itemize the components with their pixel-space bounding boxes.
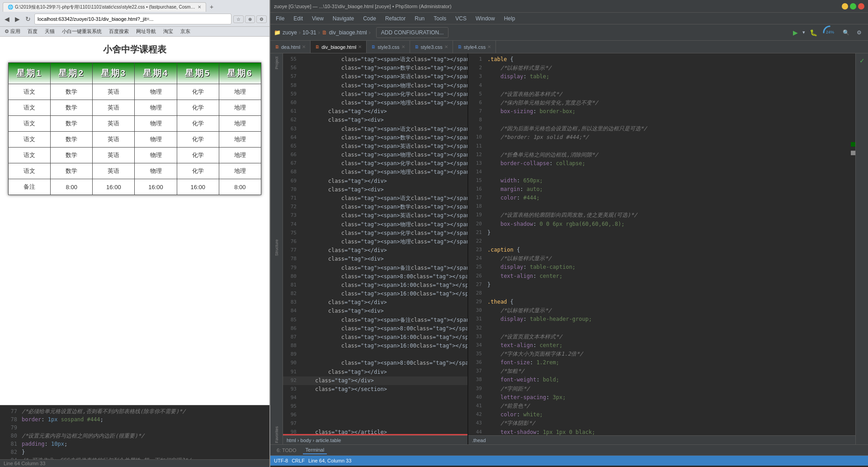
code-line: 58 class="tag"><span>物理class="tag"></spa…	[283, 81, 467, 90]
forward-button[interactable]: ▶	[13, 14, 22, 24]
address-input[interactable]	[34, 14, 231, 24]
right-breadcrumb-label: .thead	[472, 438, 486, 443]
file-tab-label: style4.css	[464, 44, 486, 50]
run-config-dropdown[interactable]: ▾	[802, 29, 805, 35]
breadcrumb-project-label: zuoye	[283, 29, 297, 36]
code-line: 79 class="tag"><span>备注class="tag"></spa…	[283, 264, 467, 272]
add-configuration-button[interactable]: ADD CONFIGURATION...	[376, 27, 448, 38]
code-line: 87 class="tag"><span>16:00class="tag"></…	[283, 333, 467, 342]
css-code-line: 18	[468, 202, 855, 211]
file-tab-style3[interactable]: 🗎 style3.css ✕	[367, 41, 410, 53]
close-button[interactable]	[858, 3, 864, 10]
css-code-editor[interactable]: 1.table {2 /*以标签样式显示*/3 display: table;4…	[468, 53, 855, 435]
new-tab-button[interactable]: +	[206, 2, 217, 12]
file-tab-style4[interactable]: 🗎 style4.css ✕	[453, 41, 496, 53]
css-code-line: 28	[468, 289, 855, 298]
file-tab-close[interactable]: ✕	[487, 44, 491, 49]
settings-button[interactable]: ⚙	[256, 15, 267, 23]
table-cell: 数学	[51, 116, 93, 132]
table-cell: 英语	[93, 116, 135, 132]
menu-file[interactable]: File	[274, 14, 286, 23]
css-code-line: 24 /*以标签样式显示*/	[468, 254, 855, 263]
star-button[interactable]: ☆	[233, 15, 244, 23]
menu-vcs[interactable]: VCS	[453, 14, 468, 23]
css-file-icon: 🗎	[415, 44, 419, 49]
code-line: 82 class="tag"><span>16:00class="tag"></…	[283, 290, 467, 298]
file-tab-close[interactable]: ✕	[358, 44, 362, 49]
menu-navigate[interactable]: Navigate	[331, 14, 356, 23]
bottom-tab-todo[interactable]: 6: TODO	[274, 447, 299, 454]
table-row: 语文 数学 英语 物理 化学 地理	[9, 148, 261, 163]
file-tab-style3b[interactable]: 🗎 style3.css ✕	[410, 41, 453, 53]
maximize-button[interactable]	[850, 3, 856, 10]
right-gutter-panel: ✓	[855, 53, 868, 444]
project-panel-icon[interactable]: Project	[273, 55, 280, 71]
html-code-editor[interactable]: 55 class="tag"><span>语文class="tag"></spa…	[283, 53, 467, 434]
tmall-bookmark[interactable]: 天猫	[43, 28, 57, 35]
progress-indicator: 24%	[822, 24, 838, 41]
file-tab-close[interactable]: ✕	[302, 44, 306, 49]
reinstall-bookmark[interactable]: 小白一键重装系统	[60, 28, 104, 35]
table-footer: 备注 8:00 16:00 16:00 16:00 8:00	[9, 179, 261, 195]
css-code-line: 17 color: #444;	[468, 194, 855, 202]
nav-bookmark[interactable]: 网址导航	[134, 28, 158, 35]
css-code-line: 26 text-align: center;	[468, 272, 855, 281]
baidu-bookmark[interactable]: 百度	[26, 28, 39, 35]
debug-button[interactable]: 🐛	[807, 27, 820, 38]
css-code-line: 4	[468, 81, 855, 90]
baidusearch-bookmark[interactable]: 百度搜索	[107, 28, 131, 35]
table-cell: 化学	[177, 84, 219, 100]
menu-edit[interactable]: Edit	[292, 14, 305, 23]
menu-view[interactable]: View	[310, 14, 326, 23]
table-cell: 化学	[177, 163, 219, 179]
refresh-button[interactable]: ↻	[24, 14, 33, 24]
menu-window[interactable]: Window	[474, 14, 497, 23]
code-line: 98 class="tag"></article>	[283, 428, 467, 434]
file-tab-dea[interactable]: 🗎 dea.html ✕	[270, 41, 311, 53]
favorites-panel-icon[interactable]: Favorites	[273, 425, 280, 444]
menu-run[interactable]: Run	[413, 14, 426, 23]
bottom-tab-terminal[interactable]: Terminal	[303, 446, 327, 454]
css-code-line: 16 margin: auto;	[468, 185, 855, 194]
ps-menu-bar: File Edit View Navigate Code Refactor Ru…	[270, 13, 868, 24]
table-cell: 英语	[93, 132, 135, 148]
code-line: 69 class="tag"></div>	[283, 177, 467, 186]
code-line: 97	[283, 419, 467, 428]
menu-refactor[interactable]: Refactor	[383, 14, 407, 23]
search-everywhere-button[interactable]: 🔍	[840, 28, 852, 38]
jd-bookmark[interactable]: 京东	[179, 28, 192, 35]
css-editor[interactable]: 1.table {2 /*以标签样式显示*/3 display: table;4…	[468, 53, 855, 444]
file-tab-label: div_biaoge.html	[321, 44, 356, 50]
back-button[interactable]: ◀	[3, 14, 11, 24]
settings-button[interactable]: ⚙	[854, 28, 864, 38]
code-comment: /*必须给单元格设置边框,否则看不到内部表格线(除非你不需要)*/	[22, 407, 186, 415]
structure-panel-icon[interactable]: Structure	[273, 238, 280, 257]
menu-tools[interactable]: Tools	[432, 14, 448, 23]
css-code-line: 7 box-sizing: border-box;	[468, 107, 855, 116]
file-tab-close[interactable]: ✕	[401, 44, 405, 49]
browser-tab[interactable]: 🌐 G:\2019报名10-29学习-php专用\1101\1101\stati…	[3, 2, 206, 12]
html-file-icon: 🗎	[275, 44, 279, 49]
minimize-button[interactable]	[842, 3, 848, 10]
file-tab-label: dea.html	[281, 44, 300, 50]
bookmark-btn[interactable]: ⊕	[245, 15, 255, 23]
file-tab-div-biaoge[interactable]: 🗎 div_biaoge.html ✕	[311, 41, 367, 53]
code-line: 59 class="tag"><span>化学class="tag"></spa…	[283, 90, 467, 99]
css-code-line: 35 /*字体大小为页面根字体1.2倍*/	[468, 350, 855, 358]
html-editor[interactable]: 55 class="tag"><span>语文class="tag"></spa…	[283, 53, 468, 444]
table-cell: 数学	[51, 163, 93, 179]
table-cell: 物理	[135, 163, 177, 179]
code-line: 61 class="tag"></div>	[283, 107, 467, 116]
menu-code[interactable]: Code	[361, 14, 378, 23]
code-line: 88 class="tag"><span>16:00class="tag"></…	[283, 342, 467, 350]
file-tab-close[interactable]: ✕	[444, 44, 448, 49]
css-file-icon: 🗎	[458, 44, 462, 49]
code-line: 86 class="tag"><span>8:00class="tag"></s…	[283, 324, 467, 333]
table-cell: 英语	[93, 100, 135, 116]
run-button[interactable]: ▶	[790, 27, 801, 38]
taobao-bookmark[interactable]: 淘宝	[161, 28, 175, 35]
apps-bookmark[interactable]: ⚙ 应用	[3, 28, 22, 35]
menu-help[interactable]: Help	[502, 14, 517, 23]
browser-tab-close-icon[interactable]: ✕	[198, 5, 201, 10]
css-code-line: 33 /*设置页眉文本本样式*/	[468, 333, 855, 341]
